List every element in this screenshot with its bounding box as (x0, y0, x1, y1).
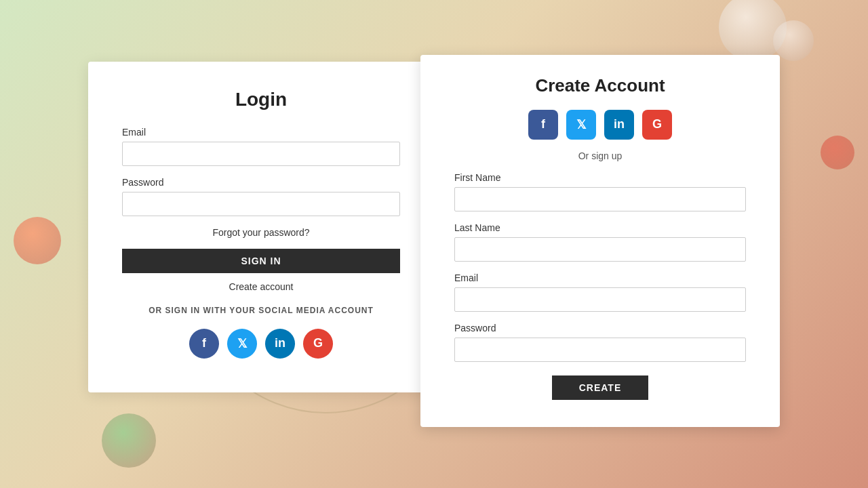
bg-decoration-2 (773, 20, 814, 61)
bg-decoration-4 (14, 217, 61, 264)
password-label: Password (122, 177, 400, 188)
sign-in-button[interactable]: SIGN IN (122, 249, 400, 273)
create-email-group: Email (454, 272, 746, 312)
last-name-label: Last Name (454, 222, 746, 233)
forgot-password-link[interactable]: Forgot your password? (122, 227, 400, 238)
create-email-label: Email (454, 272, 746, 283)
create-linkedin-button[interactable]: in (604, 110, 634, 140)
login-title: Login (122, 89, 400, 110)
social-divider-text: OR SIGN IN WITH YOUR SOCIAL MEDIA ACCOUN… (122, 306, 400, 315)
first-name-input[interactable] (454, 187, 746, 211)
create-card: Create Account f 𝕏 in G Or sign up First… (420, 55, 780, 427)
login-card: Login Email Password Forgot your passwor… (88, 62, 434, 392)
email-label: Email (122, 127, 400, 138)
first-name-label: First Name (454, 172, 746, 183)
bg-decoration-1 (719, 0, 787, 61)
login-linkedin-button[interactable]: in (265, 329, 295, 359)
first-name-group: First Name (454, 172, 746, 211)
email-group: Email (122, 127, 400, 166)
create-account-link[interactable]: Create account (122, 281, 400, 292)
password-input[interactable] (122, 192, 400, 216)
create-facebook-button[interactable]: f (528, 110, 558, 140)
create-social-icons: f 𝕏 in G (454, 110, 746, 140)
bg-decoration-3 (821, 136, 854, 169)
create-password-input[interactable] (454, 338, 746, 362)
login-social-icons: f 𝕏 in G (122, 329, 400, 359)
login-google-button[interactable]: G (303, 329, 333, 359)
create-twitter-button[interactable]: 𝕏 (566, 110, 596, 140)
create-title: Create Account (454, 75, 746, 96)
email-input[interactable] (122, 142, 400, 166)
login-facebook-button[interactable]: f (189, 329, 219, 359)
create-email-input[interactable] (454, 287, 746, 312)
login-twitter-button[interactable]: 𝕏 (227, 329, 257, 359)
create-google-button[interactable]: G (642, 110, 672, 140)
create-password-label: Password (454, 323, 746, 333)
last-name-input[interactable] (454, 237, 746, 262)
password-group: Password (122, 177, 400, 216)
create-password-group: Password (454, 323, 746, 362)
create-button[interactable]: CREATE (552, 375, 649, 400)
cards-wrapper: Login Email Password Forgot your passwor… (88, 62, 780, 427)
last-name-group: Last Name (454, 222, 746, 262)
or-signup-text: Or sign up (454, 150, 746, 161)
